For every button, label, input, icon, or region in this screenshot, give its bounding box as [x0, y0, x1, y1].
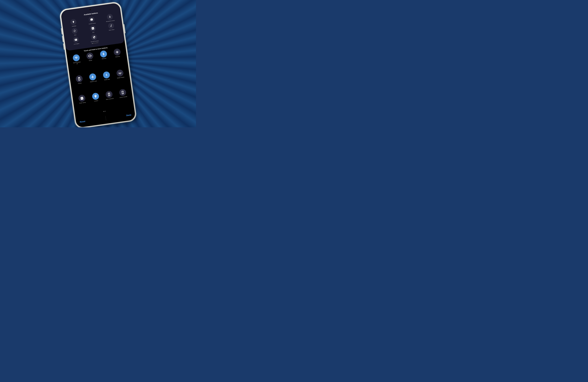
tile-portrait[interactable]: Portrait: [75, 75, 83, 85]
location-label: Location: [94, 100, 98, 102]
flashlight-icon: [72, 20, 75, 23]
tile-flashlight[interactable]: Flashlight: [70, 19, 77, 27]
screen-recorder-icon: [121, 91, 125, 95]
portrait-label: Portrait: [78, 82, 82, 84]
tile-screenshot[interactable]: Take screenshot: [105, 91, 114, 100]
tile-bluetooth[interactable]: Bluetooth: [100, 50, 107, 60]
dot-4: [96, 42, 97, 43]
active-dot-2: [105, 111, 106, 112]
done-button[interactable]: Done: [126, 114, 131, 116]
spectrum-icon-circle: [72, 54, 80, 62]
vibrate-label: Vibrate: [89, 60, 92, 61]
wifi-icon: [74, 56, 78, 60]
camera-access-label: Camera access: [89, 22, 96, 25]
dot-3: [95, 43, 95, 44]
tile-security-privacy[interactable]: Security & privacy: [90, 34, 99, 42]
tile-vibrate[interactable]: Vibrate: [86, 52, 94, 62]
tile-screen-recorder[interactable]: Screen recorder: [118, 89, 127, 98]
reset-button[interactable]: Reset: [80, 120, 85, 123]
extra-dim-icon-circle: [113, 48, 121, 56]
music-share-icon: [109, 24, 112, 27]
mobile-data-icon-circle: [103, 71, 110, 79]
tile-microphone-access[interactable]: Microphone access: [105, 13, 115, 22]
music-share-icon-circle: [108, 22, 114, 29]
portrait-icon-circle: [75, 75, 83, 83]
airplane-icon: [91, 75, 95, 79]
location-icon-circle: [92, 93, 99, 100]
camera-access-icon-circle: [88, 16, 95, 23]
hotspot-label: Mobile Hotspot: [117, 76, 124, 79]
location-icon: [93, 95, 97, 98]
security-icon: [92, 36, 96, 39]
tile-music-share[interactable]: Music Share: [108, 22, 115, 31]
flashlight-label: Flashlight: [72, 25, 76, 27]
vibrate-icon: [88, 54, 92, 58]
tile-location[interactable]: Location: [92, 93, 100, 102]
portrait-icon: [77, 77, 81, 81]
svg-point-0: [78, 78, 79, 79]
power-saving-label: Power saving: [79, 102, 86, 104]
extra-dim-label: Extra dim: [115, 56, 120, 58]
active-buttons-section: Touch and hold to move buttons. Spectrum…: [66, 43, 134, 119]
mobile-data-icon: [105, 73, 108, 77]
tile-hotspot[interactable]: Mobile Hotspot: [116, 69, 124, 79]
music-share-label: Music Share: [109, 29, 114, 31]
dot-2: [93, 43, 94, 44]
tile-live-caption[interactable]: Live Caption: [73, 36, 80, 45]
hotspot-icon: [118, 71, 122, 75]
screenshot-label: Take screenshot: [106, 98, 114, 100]
power-saving-icon-circle: [78, 95, 86, 102]
microphone-access-label: Microphone access: [106, 20, 115, 22]
tile-sync[interactable]: Sync: [71, 27, 78, 36]
camera-access-icon: [90, 18, 93, 21]
bluetooth-icon: [102, 52, 105, 56]
dot-1: [92, 43, 93, 44]
active-buttons-grid: SpectrumSetup -29 Vibrate: [69, 48, 131, 114]
airplane-icon-circle: [89, 73, 97, 81]
flashlight-icon-circle: [70, 19, 77, 25]
live-caption-label: Live Caption: [74, 43, 79, 45]
tile-airplane[interactable]: Airplane mode: [89, 73, 97, 82]
airplane-label: Airplane mode: [90, 80, 97, 83]
screenshot-icon: [107, 93, 111, 96]
microphone-icon-circle: [106, 14, 113, 20]
power-saving-icon: [80, 96, 84, 100]
bluetooth-icon-circle: [100, 50, 107, 58]
dot-5: [97, 42, 98, 43]
extra-dim-icon: [115, 50, 119, 54]
vibrate-icon-circle: [86, 52, 94, 60]
tile-nfc[interactable]: NFC: [89, 25, 96, 34]
tile-mobile-data[interactable]: Mobile data: [103, 71, 110, 81]
tile-power-saving[interactable]: Power saving: [78, 95, 86, 104]
nfc-icon: [91, 27, 94, 30]
spectrum-label: SpectrumSetup -29: [72, 61, 82, 65]
sync-label: Sync: [74, 34, 76, 36]
security-privacy-label: Security & privacy: [90, 40, 99, 42]
tile-spectrum[interactable]: SpectrumSetup -29: [71, 54, 82, 65]
tile-camera-access[interactable]: Camera access: [88, 16, 96, 25]
security-icon-circle: [91, 34, 97, 40]
active-dot-1: [103, 111, 104, 112]
divider: [105, 116, 106, 120]
microphone-icon: [108, 15, 111, 19]
mobile-data-label: Mobile data: [104, 78, 110, 80]
screen-recorder-label: Screen recorder: [119, 96, 127, 98]
screenshot-icon-circle: [105, 91, 113, 98]
bluetooth-label: Bluetooth: [102, 58, 106, 60]
nfc-icon-circle: [89, 25, 96, 32]
hotspot-icon-circle: [116, 69, 124, 77]
live-caption-icon: [74, 38, 77, 41]
nfc-label: NFC: [92, 32, 94, 33]
screen-recorder-icon-circle: [119, 89, 126, 96]
sync-icon: [73, 29, 76, 32]
available-section: Available buttons Flashlight: [60, 3, 125, 51]
live-caption-icon-circle: [73, 36, 79, 43]
sync-icon-circle: [71, 27, 78, 34]
tile-extra-dim[interactable]: Extra dim: [113, 48, 121, 58]
